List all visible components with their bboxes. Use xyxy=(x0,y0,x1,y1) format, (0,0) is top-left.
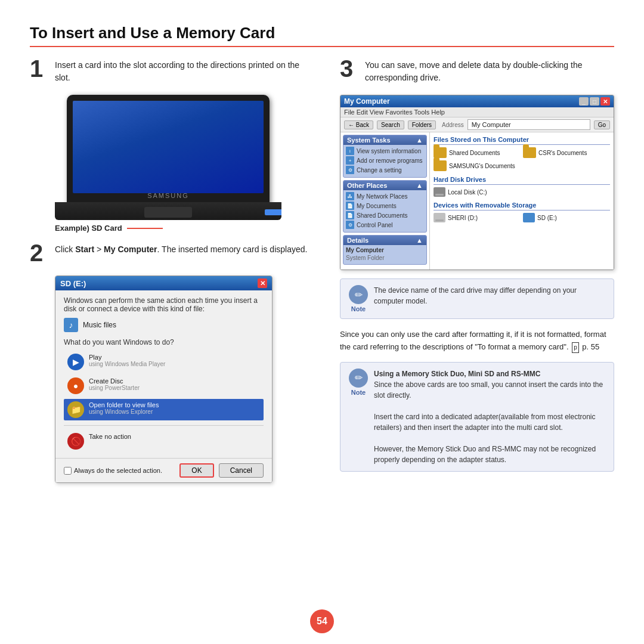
mc-folders-btn[interactable]: Folders xyxy=(408,120,436,129)
sd-option-open-folder[interactable]: 📁 Open folder to view files using Window… xyxy=(64,399,264,420)
samsung-documents-icon xyxy=(434,160,447,171)
mc-other-places-title: Other Places ▲ xyxy=(343,181,426,190)
system-info-icon: i xyxy=(346,147,354,155)
mc-hard-disk-grid: Local Disk (C:) xyxy=(434,187,610,197)
title-section: To Insert and Use a Memory Card xyxy=(30,24,614,47)
step1: 1 Insert a card into the slot according … xyxy=(30,59,316,84)
step3-number: 3 xyxy=(340,57,357,80)
sd-checkbox-label: Always do the selected action. xyxy=(74,467,162,474)
mc-removable-title: Devices with Removable Storage xyxy=(434,202,610,210)
sd-ok-button[interactable]: OK xyxy=(179,463,213,478)
mc-address-bar[interactable]: My Computer xyxy=(467,119,590,130)
mc-details-panel: Details ▲ My Computer System Folder xyxy=(343,235,427,265)
control-panel-icon: ⚙ xyxy=(346,221,354,229)
sd-question: What do you want Windows to do? xyxy=(64,338,264,346)
mc-minimize-btn[interactable]: _ xyxy=(579,97,589,106)
setting-icon: ⚙ xyxy=(346,166,354,174)
open-folder-option-text: Open folder to view files using Windows … xyxy=(89,401,159,415)
mc-item-change-setting[interactable]: ⚙ Change a setting xyxy=(346,166,424,174)
shared-documents-icon xyxy=(434,147,447,158)
left-column: 1 Insert a card into the slot according … xyxy=(30,59,316,483)
step1-text: Insert a card into the slot according to… xyxy=(55,59,316,84)
mc-details-subfolder: System Folder xyxy=(346,255,424,261)
mc-item-csr-documents[interactable]: CSR's Documents xyxy=(523,147,610,158)
bottom-text-main: Since you can only use the card after fo… xyxy=(340,330,606,351)
mc-item-my-docs[interactable]: 📄 My Documents xyxy=(346,202,424,210)
page-title: To Insert and Use a Memory Card xyxy=(30,24,614,42)
step2: 2 Click Start > My Computer. The inserte… xyxy=(30,243,316,265)
samsung-logo: SAMSUNG xyxy=(147,192,189,199)
page-number: 54 xyxy=(310,609,334,633)
sd-file-type-label: Music files xyxy=(83,321,116,329)
no-action-option-text: Take no action xyxy=(89,433,131,440)
mc-back-btn[interactable]: ← Back xyxy=(344,120,373,129)
step3-text: You can save, move and delete data by do… xyxy=(365,59,614,84)
sd-dialog-titlebar: SD (E:) ✕ xyxy=(55,276,272,290)
step2-text: Click Start > My Computer. The inserted … xyxy=(55,243,316,256)
sd-checkbox[interactable] xyxy=(64,467,72,475)
mc-item-shared-documents[interactable]: Shared Documents xyxy=(434,147,521,158)
note2-title: Using a Memory Stick Duo, Mini SD and RS… xyxy=(374,370,540,378)
laptop-touchpad xyxy=(144,207,192,218)
mc-main-area: Files Stored on This Computer Shared Doc… xyxy=(430,132,614,270)
sd-dialog-message: Windows can perform the same action each… xyxy=(64,296,264,313)
mc-stored-grid: Shared Documents CSR's Documents SAMSUNG… xyxy=(434,147,610,171)
mc-item-control-panel[interactable]: ⚙ Control Panel xyxy=(346,221,424,229)
laptop-screen-inner xyxy=(73,101,264,193)
docs-icon: 📄 xyxy=(346,202,354,210)
note2-text: Using a Memory Stick Duo, Mini SD and RS… xyxy=(374,369,605,465)
note1-text: The device name of the card drive may di… xyxy=(374,285,605,312)
add-remove-icon: + xyxy=(346,156,354,165)
sd-option-no-action[interactable]: 🚫 Take no action xyxy=(64,431,264,452)
mc-go-btn[interactable]: Go xyxy=(594,120,610,129)
sd-dialog-bottom: Always do the selected action. OK Cancel xyxy=(55,458,272,482)
mc-item-samsung-documents[interactable]: SAMSUNG's Documents xyxy=(434,160,521,171)
note2-pencil-icon: ✏ xyxy=(349,369,368,388)
step2-bold2: My Computer xyxy=(104,244,157,254)
mc-details-item: My Computer xyxy=(346,247,424,253)
mc-item-local-disk[interactable]: Local Disk (C:) xyxy=(434,187,521,197)
mc-address-label: Address xyxy=(442,122,464,128)
note2-box: ✏ Note Using a Memory Stick Duo, Mini SD… xyxy=(340,362,614,472)
note2-para2: Insert the card into a dedicated adapter… xyxy=(374,413,596,432)
mc-item-shared-docs[interactable]: 📄 Shared Documents xyxy=(346,211,424,219)
sheri-drive-icon xyxy=(434,213,445,222)
step2-bold1: Start xyxy=(75,244,94,254)
mc-body: System Tasks ▲ i View system information… xyxy=(340,132,614,270)
page: To Insert and Use a Memory Card 1 Insert… xyxy=(0,0,644,644)
bottom-text-ref: p. 55 xyxy=(582,342,599,351)
note1-label: Note xyxy=(351,305,366,312)
play-option-text: Play using Windows Media Player xyxy=(89,354,165,367)
sd-divider xyxy=(64,425,264,426)
mc-hard-disk-title: Hard Disk Drives xyxy=(434,176,610,185)
mc-item-sheri-drive[interactable]: SHERI (D:) xyxy=(434,213,521,222)
sd-dialog: SD (E:) ✕ Windows can perform the same a… xyxy=(55,275,273,483)
step3-content: You can save, move and delete data by do… xyxy=(365,59,614,84)
note1-pencil-icon: ✏ xyxy=(349,285,368,304)
sd-card-visual xyxy=(265,209,281,215)
example-line xyxy=(127,228,163,229)
mc-details-title: Details ▲ xyxy=(343,236,426,245)
mc-menubar: File Edit View Favorites Tools Help xyxy=(340,107,614,117)
sd-drive-icon xyxy=(523,213,535,222)
sd-option-create-disc[interactable]: ● Create Disc using PowerStarter xyxy=(64,375,264,397)
sd-cancel-button[interactable]: Cancel xyxy=(219,463,264,478)
sd-checkbox-row[interactable]: Always do the selected action. xyxy=(64,467,162,475)
mc-sidebar: System Tasks ▲ i View system information… xyxy=(340,132,430,270)
step1-number: 1 xyxy=(30,57,47,80)
mc-item-system-info[interactable]: i View system information xyxy=(346,147,424,155)
laptop-base xyxy=(55,202,281,220)
play-icon: ▶ xyxy=(67,354,84,370)
mc-search-btn[interactable]: Search xyxy=(377,120,404,129)
mc-close-btn[interactable]: ✕ xyxy=(600,97,610,106)
sd-option-play[interactable]: ▶ Play using Windows Media Player xyxy=(64,351,264,373)
mc-item-sd-drive[interactable]: SD (E:) xyxy=(523,213,610,222)
mc-other-places-content: 🖧 My Network Places 📄 My Documents 📄 Sh xyxy=(343,190,426,232)
mc-item-network[interactable]: 🖧 My Network Places xyxy=(346,192,424,200)
mc-system-tasks-content: i View system information + Add or remov… xyxy=(343,145,426,177)
sd-dialog-close-btn[interactable]: ✕ xyxy=(258,278,267,288)
ref-icon: p xyxy=(572,342,579,353)
step2-number: 2 xyxy=(30,241,47,265)
mc-maximize-btn[interactable]: □ xyxy=(590,97,599,106)
mc-item-add-remove[interactable]: + Add or remove programs xyxy=(346,156,424,165)
